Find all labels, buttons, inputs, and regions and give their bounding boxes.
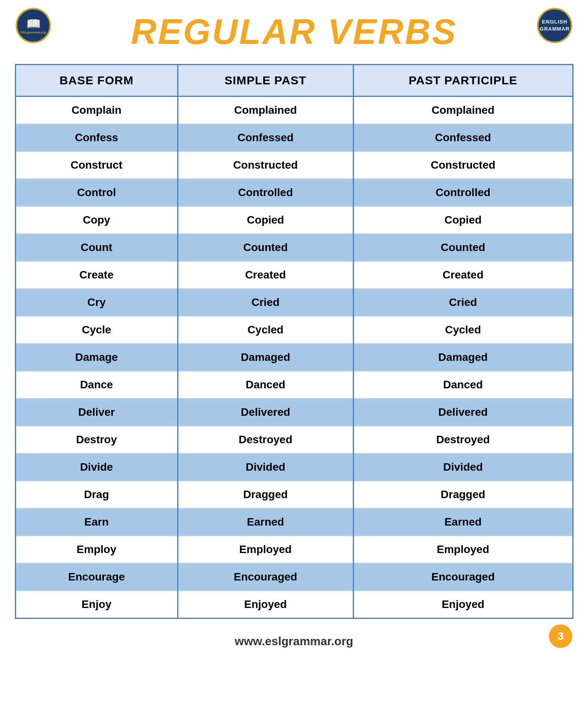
page-number: 3 <box>549 624 572 648</box>
header: 📖 ESLgrammar.org REGULAR VERBS ENGLISH G… <box>0 0 588 60</box>
cell-participle: Complained <box>353 96 572 124</box>
verbs-table-container: BASE FORM SIMPLE PAST PAST PARTICIPLE Co… <box>15 64 573 619</box>
table-row: ComplainComplainedComplained <box>16 96 572 124</box>
cell-base: Cry <box>16 289 178 316</box>
table-row: DestroyDestroyedDestroyed <box>16 426 572 453</box>
cell-past: Constructed <box>178 151 353 179</box>
cell-participle: Divided <box>353 453 572 481</box>
table-row: DivideDividedDivided <box>16 453 572 481</box>
badge-line1: ENGLISH GRAMMAR <box>540 18 570 33</box>
table-row: CryCriedCried <box>16 289 572 316</box>
cell-past: Dragged <box>178 481 353 508</box>
table-row: DeliverDeliveredDelivered <box>16 398 572 426</box>
grammar-badge: ENGLISH GRAMMAR <box>537 8 572 43</box>
cell-participle: Encouraged <box>353 563 572 591</box>
cell-base: Complain <box>16 96 178 124</box>
cell-participle: Confessed <box>353 124 572 151</box>
cell-participle: Counted <box>353 234 572 261</box>
cell-base: Enjoy <box>16 591 178 618</box>
cell-participle: Created <box>353 261 572 289</box>
cell-past: Delivered <box>178 398 353 426</box>
cell-participle: Damaged <box>353 344 572 371</box>
cell-base: Deliver <box>16 398 178 426</box>
cell-past: Confessed <box>178 124 353 151</box>
table-row: ConfessConfessedConfessed <box>16 124 572 151</box>
cell-participle: Dragged <box>353 481 572 508</box>
col-header-base: BASE FORM <box>16 65 178 96</box>
table-row: ConstructConstructedConstructed <box>16 151 572 179</box>
cell-participle: Enjoyed <box>353 591 572 618</box>
cell-participle: Danced <box>353 371 572 398</box>
cell-past: Enjoyed <box>178 591 353 618</box>
cell-base: Encourage <box>16 563 178 591</box>
table-row: CycleCycledCycled <box>16 316 572 344</box>
cell-participle: Earned <box>353 508 572 536</box>
table-row: CreateCreatedCreated <box>16 261 572 289</box>
col-header-past: SIMPLE PAST <box>178 65 353 96</box>
logo-book-icon: 📖 <box>26 17 41 31</box>
table-row: EmployEmployedEmployed <box>16 536 572 563</box>
cell-base: Create <box>16 261 178 289</box>
table-row: CountCountedCounted <box>16 234 572 261</box>
cell-base: Destroy <box>16 426 178 453</box>
cell-past: Divided <box>178 453 353 481</box>
logo: 📖 ESLgrammar.org <box>16 8 51 43</box>
cell-past: Destroyed <box>178 426 353 453</box>
table-row: DamageDamagedDamaged <box>16 344 572 371</box>
table-row: EnjoyEnjoyedEnjoyed <box>16 591 572 618</box>
table-row: CopyCopiedCopied <box>16 206 572 234</box>
cell-base: Damage <box>16 344 178 371</box>
table-row: EarnEarnedEarned <box>16 508 572 536</box>
cell-past: Copied <box>178 206 353 234</box>
cell-participle: Controlled <box>353 179 572 206</box>
cell-base: Drag <box>16 481 178 508</box>
cell-past: Earned <box>178 508 353 536</box>
cell-past: Controlled <box>178 179 353 206</box>
cell-past: Employed <box>178 536 353 563</box>
cell-base: Confess <box>16 124 178 151</box>
table-row: DanceDancedDanced <box>16 371 572 398</box>
table-row: DragDraggedDragged <box>16 481 572 508</box>
cell-past: Danced <box>178 371 353 398</box>
verbs-table: BASE FORM SIMPLE PAST PAST PARTICIPLE Co… <box>16 65 572 618</box>
cell-base: Cycle <box>16 316 178 344</box>
logo-site-text: ESLgrammar.org <box>21 31 46 35</box>
cell-participle: Cried <box>353 289 572 316</box>
cell-past: Cried <box>178 289 353 316</box>
cell-past: Damaged <box>178 344 353 371</box>
cell-base: Control <box>16 179 178 206</box>
footer: www.eslgrammar.org 3 <box>0 627 588 656</box>
cell-base: Employ <box>16 536 178 563</box>
cell-base: Divide <box>16 453 178 481</box>
table-row: EncourageEncouragedEncouraged <box>16 563 572 591</box>
cell-base: Dance <box>16 371 178 398</box>
table-header-row: BASE FORM SIMPLE PAST PAST PARTICIPLE <box>16 65 572 96</box>
cell-past: Created <box>178 261 353 289</box>
cell-past: Counted <box>178 234 353 261</box>
cell-participle: Delivered <box>353 398 572 426</box>
cell-past: Cycled <box>178 316 353 344</box>
cell-past: Complained <box>178 96 353 124</box>
cell-base: Copy <box>16 206 178 234</box>
table-row: ControlControlledControlled <box>16 179 572 206</box>
cell-base: Count <box>16 234 178 261</box>
col-header-participle: PAST PARTICIPLE <box>353 65 572 96</box>
cell-past: Encouraged <box>178 563 353 591</box>
footer-url: www.eslgrammar.org <box>235 635 353 648</box>
page-title: REGULAR VERBS <box>131 12 457 52</box>
cell-participle: Copied <box>353 206 572 234</box>
cell-base: Construct <box>16 151 178 179</box>
cell-participle: Cycled <box>353 316 572 344</box>
cell-participle: Constructed <box>353 151 572 179</box>
cell-base: Earn <box>16 508 178 536</box>
cell-participle: Destroyed <box>353 426 572 453</box>
cell-participle: Employed <box>353 536 572 563</box>
